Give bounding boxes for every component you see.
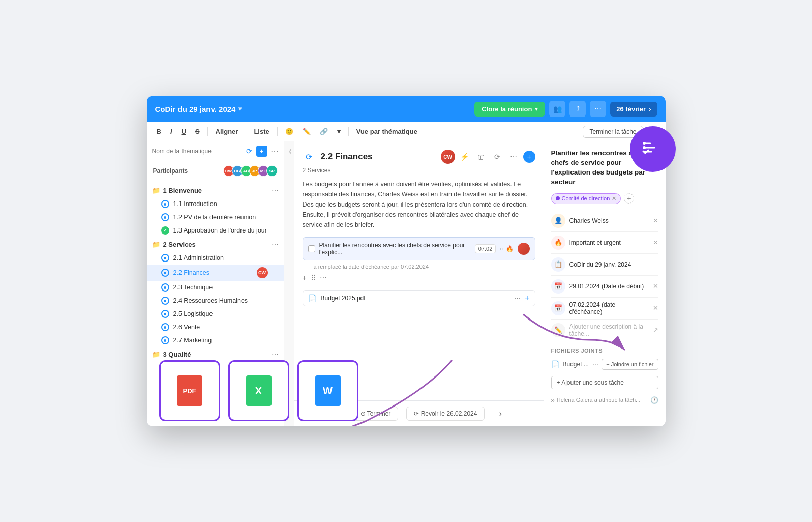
content-repeat-button[interactable]: ⟳ (491, 150, 504, 163)
person-remove-button[interactable]: ✕ (653, 217, 658, 224)
item-label-logistique: 2.5 Logistique (173, 310, 268, 317)
join-file-button[interactable]: + Joindre un fichier (602, 359, 658, 370)
content-more-button[interactable]: ⋯ (507, 150, 520, 163)
clock-icon[interactable]: 🕐 (650, 396, 658, 404)
more-icon-button[interactable]: ⋯ (590, 101, 606, 117)
content-add-button[interactable]: + (523, 151, 535, 163)
participants-icon-button[interactable]: 👥 (549, 101, 565, 117)
task-detail-description: ✏️ Ajouter une description à la tâche...… (551, 320, 658, 341)
task-detail-meeting: 📋 CoDir du 29 janv. 2024 (551, 254, 658, 276)
due-date-remove[interactable]: ✕ (653, 304, 658, 312)
participants-section: Participants CW HG AB JP ML SR (147, 161, 284, 181)
content-delete-button[interactable]: 🗑 (474, 150, 488, 163)
link-button[interactable]: 🔗 (316, 126, 332, 137)
tag-add-button[interactable]: + (624, 193, 634, 204)
next-nav-button[interactable]: › (493, 406, 508, 421)
list-button[interactable]: Liste (250, 126, 273, 137)
task-file-more-button[interactable]: ⋯ (592, 361, 598, 368)
task-icon-group: ○ 🔥 (500, 245, 513, 252)
file-more-button[interactable]: ⋯ (514, 295, 521, 302)
bold-button[interactable]: B (153, 126, 165, 137)
sidebar-item-marketing[interactable]: 2.7 Marketing ⋯ (147, 334, 284, 347)
item-icon-rh (161, 297, 169, 305)
description-expand[interactable]: ↗ (653, 326, 658, 334)
add-theme-button[interactable]: + (256, 146, 267, 157)
sidebar-item-vente[interactable]: 2.6 Vente ⋯ (147, 321, 284, 334)
clore-reunion-button[interactable]: Clore la réunion ▾ (474, 102, 545, 117)
person-detail-icon: 👤 (551, 214, 565, 228)
nav-group-qualite[interactable]: 📁 3 Qualité ⋯ (147, 347, 284, 361)
content-power-button[interactable]: ⚡ (458, 150, 471, 163)
sidebar-item-administration[interactable]: 2.1 Administration ⋯ (147, 251, 284, 265)
item-icon-approbation: ✓ (161, 226, 169, 235)
search-input[interactable] (152, 148, 242, 155)
attribution-icon: » (551, 396, 555, 404)
sidebar-item-introduction[interactable]: 1.1 Introduction ⋯ (147, 197, 284, 211)
add-item-button[interactable]: + (303, 274, 307, 282)
underline-button[interactable]: U (178, 126, 190, 137)
start-date-icon: 📅 (551, 279, 565, 294)
priority-remove-button[interactable]: ✕ (653, 239, 658, 246)
sidebar-item-logistique[interactable]: 2.5 Logistique ⋯ (147, 307, 284, 321)
view-by-theme-button[interactable]: Vue par thématique (353, 126, 421, 137)
task-item-row: Planifier les rencontres avec les chefs … (303, 237, 535, 260)
group-label-qualite: 3 Qualité (163, 351, 268, 358)
nav-section: 📁 1 Bienvenue ⋯ 1.1 Introduction ⋯ 1.2 P… (147, 181, 284, 363)
date-nav-button[interactable]: 26 février › (610, 102, 657, 117)
tag-remove-button[interactable]: ✕ (612, 195, 616, 202)
strikethrough-button[interactable]: S (192, 126, 203, 137)
sidebar-item-technique[interactable]: 2.3 Technique ⋯ (147, 281, 284, 294)
action-more-button[interactable]: ⋯ (320, 274, 327, 282)
group-more-services[interactable]: ⋯ (272, 240, 279, 248)
revoir-footer-button[interactable]: ⟳ Revoir le 26.02.2024 (406, 407, 485, 421)
sidebar-menu-button[interactable]: ⋯ (270, 147, 279, 156)
align-button[interactable]: Aligner (212, 126, 242, 137)
content-title-row: ⟳ 2.2 Finances (303, 150, 373, 163)
sidebar-item-rh[interactable]: 2.4 Ressources Humaines ⋯ (147, 294, 284, 307)
meeting-detail-icon: 📋 (551, 257, 565, 272)
item-icon-vente (161, 323, 169, 331)
file-attachment: 📄 Budget 2025.pdf ⋯ + (303, 290, 535, 306)
share-icon-button[interactable]: ⤴ (569, 101, 586, 117)
content-refresh-button[interactable]: ⟳ (303, 150, 316, 163)
task-circle-btn[interactable]: ○ (500, 245, 503, 252)
task-file-pdf-icon: 📄 (551, 360, 560, 368)
file-attachment-name: Budget 2025.pdf (321, 295, 510, 302)
header-left: CoDir du 29 janv. 2024 ▾ (155, 105, 242, 113)
italic-button[interactable]: I (167, 126, 176, 137)
sidebar-search-row: ⟳ + ⋯ (147, 141, 284, 161)
sidebar-item-finances[interactable]: 2.2 Finances CW ⋯ (147, 265, 284, 281)
refresh-button[interactable]: ⟳ (245, 146, 253, 156)
avatar-group: CW HG AB JP ML SR (223, 165, 278, 177)
emoji-button[interactable]: 🙂 (282, 126, 297, 137)
start-date-label: 29.01.2024 (Date de début) (569, 283, 649, 290)
item-icon-logistique (161, 310, 169, 318)
move-button[interactable]: ⠿ (311, 274, 316, 282)
action-row: + ⠿ ⋯ (303, 270, 535, 286)
item-label-finances: 2.2 Finances (173, 269, 253, 276)
meeting-title: CoDir du 29 janv. 2024 (155, 105, 236, 113)
item-icon-introduction (161, 200, 169, 208)
folder-icon-qualite: 📁 (152, 351, 160, 358)
sidebar-item-pv[interactable]: 1.2 PV de la dernière réunion ⋯ (147, 211, 284, 224)
task-checkbox[interactable] (308, 245, 315, 252)
sidebar-item-approbation[interactable]: ✓ 1.3 Approbation de l'ordre du jour ⋯ (147, 224, 284, 237)
toolbar-separator-1 (207, 127, 208, 136)
files-section-title: Fichiers joints (551, 347, 658, 354)
svg-point-1 (643, 146, 646, 149)
add-subtask-button[interactable]: + Ajouter une sous tâche (551, 376, 658, 389)
draw-button[interactable]: ✏️ (299, 126, 314, 137)
file-add-button[interactable]: + (525, 294, 529, 303)
task-fire-btn[interactable]: 🔥 (506, 245, 514, 252)
nav-group-services[interactable]: 📁 2 Services ⋯ (147, 237, 284, 251)
nav-group-bienvenue[interactable]: 📁 1 Bienvenue ⋯ (147, 183, 284, 197)
task-detail-due-date: 📅 07.02.2024 (date d'échéance) ✕ (551, 298, 658, 320)
group-more-qualite[interactable]: ⋯ (272, 350, 279, 358)
title-chevron: ▾ (238, 105, 242, 112)
item-label-vente: 2.6 Vente (173, 324, 268, 331)
group-more-bienvenue[interactable]: ⋯ (272, 186, 279, 194)
start-date-remove[interactable]: ✕ (653, 282, 658, 290)
more-format-button[interactable]: ▾ (334, 126, 344, 137)
content-icons: CW ⚡ 🗑 ⟳ ⋯ + (441, 150, 535, 164)
priority-detail-icon: 🔥 (551, 236, 565, 250)
